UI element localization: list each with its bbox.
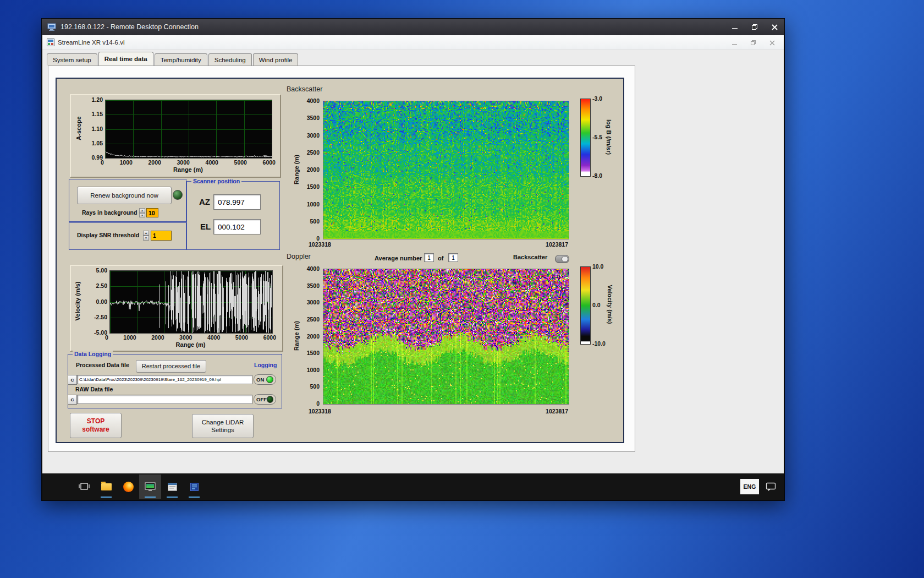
renew-background-led [173,190,183,200]
task-view-icon[interactable] [73,475,95,499]
stop-software-button[interactable]: STOP software [70,413,122,438]
axis-tick: 3000 [179,334,192,341]
axis-tick: 0.00 [96,298,107,305]
ascope-chart: A-scope 1.201.151.101.050.99 01000200030… [70,94,281,178]
remote-desktop-app-icon[interactable] [139,475,161,499]
firefox-icon[interactable] [117,475,139,499]
backscatter-x-end: 1023817 [534,241,568,248]
doppler-plot-area [323,269,569,405]
language-indicator[interactable]: ENG [740,479,759,494]
processed-path-field[interactable]: C:\Lidar\Data\Proc\2023\202309\20230919\… [77,375,252,384]
raw-logging-toggle[interactable]: OFF [254,394,276,405]
axis-tick: -8.0 [592,172,602,179]
remote-desktop-icon [47,23,56,31]
raw-path-drive-icon[interactable]: C [68,395,77,405]
ascope-x-axis-label: Range (m) [105,166,271,173]
snr-threshold-label: Display SNR threshold [77,232,139,238]
raw-path-field[interactable] [77,395,252,404]
backscatter-colorbar-label: log B (/m/sr) [606,119,612,155]
tab-scheduling[interactable]: Scheduling [208,53,252,66]
axis-tick: 3500 [307,282,320,289]
axis-tick: 0 [101,159,104,166]
axis-tick: 2000 [148,159,161,166]
app-close-icon[interactable] [769,40,775,46]
realtime-panel: A-scope 1.201.151.101.050.99 01000200030… [56,78,624,443]
velocity-y-axis-label: Velocity (m/s) [74,282,81,321]
data-logging-box: Data Logging Processed Data file Restart… [68,354,282,408]
average-number-field[interactable]: 1 [424,253,434,262]
processed-logging-toggle[interactable]: ON [254,374,276,385]
el-value-field[interactable]: 000.102 [213,219,261,235]
axis-tick: 5.00 [96,267,107,274]
ascope-y-ticks: 1.201.151.101.050.99 [84,96,103,161]
rays-in-background-label: Rays in background [82,209,137,216]
schedule-list-icon[interactable] [183,475,205,499]
axis-tick: 4000 [307,265,320,272]
app-icon [47,39,54,46]
axis-tick: 4000 [207,334,220,341]
axis-tick: 0 [316,400,320,407]
rdp-minimize-button[interactable] [725,19,745,35]
axis-tick: 500 [310,218,320,225]
restart-processed-file-button[interactable]: Restart processed file [136,360,206,373]
axis-tick: 1500 [307,350,320,356]
velocity-chart: Velocity (m/s) 5.002.500.00-2.50-5.00 01… [70,265,283,352]
backscatter-display-toggle[interactable] [555,255,569,263]
average-number-label: Average number [375,255,422,261]
doppler-heatmap [323,269,569,404]
tab-wind-profile[interactable]: Wind profile [253,53,299,66]
backscatter-y-ticks: 40003500300025002000150010005000 [299,97,320,242]
el-label: EL [200,222,211,231]
scanner-position-box: Scanner position AZ 078.997 EL 000.102 [186,181,280,250]
rdp-close-button[interactable] [765,19,784,35]
tab-system-setup[interactable]: System setup [47,53,97,66]
axis-tick: 6000 [263,159,276,166]
app-titlebar: StreamLine XR v14-6.vi [42,35,784,50]
axis-tick: 2.50 [96,282,107,289]
processed-data-file-label: Processed Data file [76,362,129,368]
axis-tick: 3500 [307,114,320,121]
app-restore-icon[interactable] [751,40,756,46]
logging-label: Logging [254,362,277,368]
processed-toggle-label: ON [256,377,264,383]
axis-tick: 1000 [123,334,136,341]
processed-path-drive-icon[interactable]: C [68,375,77,385]
rays-value-field[interactable]: 10 [146,208,158,217]
axis-tick: -5.5 [592,134,602,140]
velocity-x-axis-label: Range (m) [109,341,272,348]
scan-scheduler-icon[interactable] [161,475,183,499]
backscatter-heatmap [323,101,569,239]
axis-tick: 3000 [177,159,190,166]
streamline-app-window: StreamLine XR v14-6.vi System setup Real… [42,35,784,473]
axis-tick: 5000 [234,159,247,166]
app-minimize-icon[interactable] [732,40,738,46]
axis-tick: 3000 [307,299,320,306]
change-lidar-settings-button[interactable]: Change LiDAR Settings [192,414,254,438]
tab-real-time-data[interactable]: Real time data [98,52,153,66]
average-count-field[interactable]: 1 [448,253,458,262]
rays-spinner[interactable]: ▲▼ [139,208,145,217]
stop-button-line2: software [82,426,109,434]
snr-value-field[interactable]: 1 [151,231,172,241]
rdp-restore-button[interactable] [745,19,765,35]
ascope-plot-area [105,100,272,159]
rdp-titlebar: 192.168.0.122 - Remote Desktop Connectio… [42,19,784,35]
renew-background-button[interactable]: Renew background now [77,187,172,204]
tab-temp-humidity[interactable]: Temp/humidity [155,53,207,66]
snr-spinner[interactable]: ▲▼ [143,231,149,241]
backscatter-colorbar [580,99,591,177]
snr-threshold-box: Display SNR threshold ▲▼ 1 [69,222,186,250]
change-button-line2: Settings [211,426,234,434]
velocity-trace [110,271,272,333]
of-label: of [438,255,443,261]
doppler-colorbar [580,266,591,345]
file-explorer-icon[interactable] [95,475,117,499]
doppler-x-end: 1023817 [534,408,568,415]
ascope-trace [106,100,272,158]
axis-tick: 4000 [307,97,320,104]
velocity-y-ticks: 5.002.500.00-2.50-5.00 [86,267,107,336]
notification-tooltip-icon[interactable] [766,482,776,492]
raw-data-file-label: RAW Data file [75,386,113,392]
az-value-field[interactable]: 078.997 [213,194,261,210]
axis-tick: 3000 [307,132,320,139]
